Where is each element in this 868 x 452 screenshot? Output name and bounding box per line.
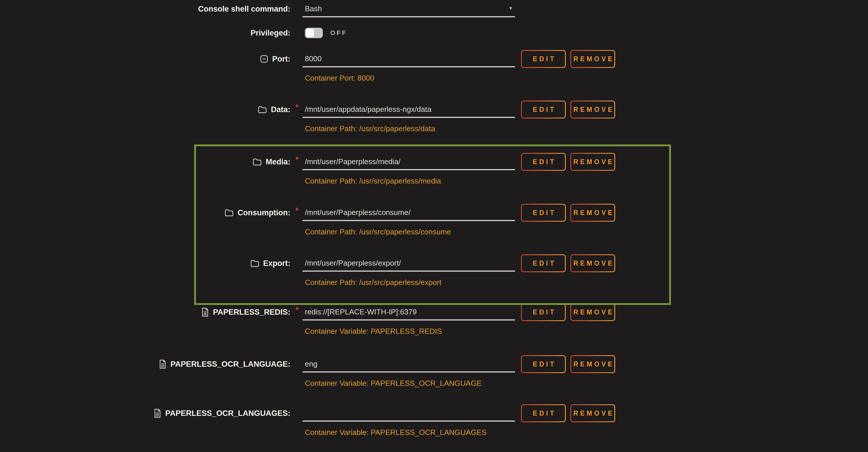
field-value: 8000 bbox=[303, 52, 321, 66]
field-label: PAPERLESS_OCR_LANGUAGE: bbox=[0, 357, 303, 371]
field-group: PAPERLESS_REDIS:*redis://[REPLACE-WITH-I… bbox=[0, 305, 868, 336]
container-mapping-text: Container Variable: PAPERLESS_OCR_LANGUA… bbox=[303, 428, 868, 437]
field-group: PAPERLESS_OCR_LANGUAGES:EDITREMOVEContai… bbox=[0, 406, 868, 437]
required-asterisk: * bbox=[295, 305, 299, 314]
container-mapping-text: Container Path: /usr/src/paperless/expor… bbox=[303, 278, 868, 287]
folder-icon bbox=[253, 158, 261, 165]
field-label-text: Media: bbox=[266, 157, 290, 167]
required-asterisk: * bbox=[295, 155, 299, 164]
file-icon bbox=[159, 360, 166, 369]
field-group: Port:8000EDITREMOVEContainer Port: 8000 bbox=[0, 52, 868, 83]
field-value: /mnt/user/appdata/paperless-ngx/data bbox=[303, 102, 431, 116]
field-actions: EDITREMOVE bbox=[521, 100, 615, 119]
folder-icon bbox=[250, 260, 259, 267]
container-mapping-text: Container Path: /usr/src/paperless/consu… bbox=[303, 228, 868, 236]
field-group: Media:*/mnt/user/Paperpless/media/EDITRE… bbox=[0, 155, 868, 185]
edit-button[interactable]: EDIT bbox=[521, 100, 566, 119]
remove-button[interactable]: REMOVE bbox=[570, 153, 615, 171]
field-actions: EDITREMOVE bbox=[521, 355, 615, 373]
edit-button[interactable]: EDIT bbox=[521, 303, 566, 321]
field-input[interactable]: eng bbox=[303, 357, 515, 372]
field-row: Port:8000EDITREMOVE bbox=[0, 52, 868, 68]
field-group: Consumption:*/mnt/user/Paperpless/consum… bbox=[0, 206, 868, 236]
folder-icon bbox=[258, 106, 267, 113]
field-label: PAPERLESS_REDIS:* bbox=[0, 305, 303, 319]
container-mapping-text: Container Port: 8000 bbox=[303, 74, 868, 83]
field-value: /mnt/user/Paperpless/export/ bbox=[303, 256, 401, 270]
field-group: Data:*/mnt/user/appdata/paperless-ngx/da… bbox=[0, 102, 868, 133]
field-input[interactable] bbox=[303, 406, 515, 422]
field-label: Port: bbox=[0, 52, 303, 66]
remove-button[interactable]: REMOVE bbox=[570, 100, 615, 119]
container-mapping-text: Container Path: /usr/src/paperless/media bbox=[303, 177, 868, 185]
field-actions: EDITREMOVE bbox=[521, 404, 615, 422]
field-label-text: Consumption: bbox=[238, 208, 290, 217]
field-input[interactable]: redis://[REPLACE-WITH-IP]:6379 bbox=[303, 305, 515, 321]
edit-button[interactable]: EDIT bbox=[521, 254, 566, 272]
field-value: eng bbox=[303, 357, 317, 371]
field-value: /mnt/user/Paperpless/consume/ bbox=[303, 206, 411, 219]
field-actions: EDITREMOVE bbox=[521, 254, 615, 272]
privileged-toggle[interactable] bbox=[305, 28, 323, 38]
field-row: Data:*/mnt/user/appdata/paperless-ngx/da… bbox=[0, 102, 868, 119]
folder-icon bbox=[225, 209, 234, 216]
field-label-text: Data: bbox=[271, 105, 290, 114]
field-actions: EDITREMOVE bbox=[521, 50, 615, 68]
edit-button[interactable]: EDIT bbox=[521, 153, 566, 171]
dropdown-caret-icon: ▾ bbox=[509, 2, 512, 14]
field-input[interactable]: /mnt/user/Paperpless/media/ bbox=[303, 155, 515, 170]
edit-button[interactable]: EDIT bbox=[521, 355, 566, 373]
field-label: Consumption:* bbox=[0, 206, 303, 220]
container-mapping-text: Container Path: /usr/src/paperless/data bbox=[303, 124, 868, 133]
field-row: Export:/mnt/user/Paperpless/export/EDITR… bbox=[0, 256, 868, 272]
field-row: PAPERLESS_REDIS:*redis://[REPLACE-WITH-I… bbox=[0, 305, 868, 321]
container-mapping-text: Container Variable: PAPERLESS_OCR_LANGUA… bbox=[303, 379, 868, 388]
field-label: PAPERLESS_OCR_LANGUAGES: bbox=[0, 406, 303, 421]
privileged-row: Privileged: OFF bbox=[0, 28, 868, 38]
docker-template-settings-page: Console shell command: Bash ▾ Privileged… bbox=[0, 0, 868, 452]
field-actions: EDITREMOVE bbox=[521, 303, 615, 321]
field-label-text: PAPERLESS_OCR_LANGUAGES: bbox=[165, 409, 290, 418]
field-label-text: PAPERLESS_REDIS: bbox=[213, 308, 290, 317]
edit-button[interactable]: EDIT bbox=[521, 204, 566, 222]
field-row: PAPERLESS_OCR_LANGUAGES:EDITREMOVE bbox=[0, 406, 868, 422]
field-label: Data:* bbox=[0, 102, 303, 117]
file-icon bbox=[202, 307, 209, 317]
field-value: /mnt/user/Paperpless/media/ bbox=[303, 155, 401, 169]
remove-button[interactable]: REMOVE bbox=[570, 355, 615, 373]
field-label: Media:* bbox=[0, 155, 303, 169]
field-value: redis://[REPLACE-WITH-IP]:6379 bbox=[303, 305, 417, 319]
field-input[interactable]: /mnt/user/Paperpless/consume/ bbox=[303, 206, 515, 221]
console-shell-command-row: Console shell command: Bash ▾ bbox=[0, 2, 868, 17]
field-input[interactable]: /mnt/user/Paperpless/export/ bbox=[303, 256, 515, 272]
remove-button[interactable]: REMOVE bbox=[570, 50, 615, 68]
edit-button[interactable]: EDIT bbox=[521, 50, 566, 68]
remove-button[interactable]: REMOVE bbox=[570, 404, 615, 422]
console-shell-command-label-text: Console shell command: bbox=[198, 5, 290, 13]
required-asterisk: * bbox=[295, 103, 299, 112]
field-label-text: Export: bbox=[263, 259, 291, 268]
toggle-knob bbox=[306, 29, 314, 37]
console-shell-command-label: Console shell command: bbox=[0, 2, 303, 16]
privileged-label: Privileged: bbox=[0, 28, 303, 38]
field-row: PAPERLESS_OCR_LANGUAGE:engEDITREMOVE bbox=[0, 357, 868, 373]
field-row: Media:*/mnt/user/Paperpless/media/EDITRE… bbox=[0, 155, 868, 171]
remove-button[interactable]: REMOVE bbox=[570, 303, 615, 321]
privileged-label-text: Privileged: bbox=[250, 29, 290, 37]
required-asterisk: * bbox=[295, 206, 299, 215]
field-label-text: PAPERLESS_OCR_LANGUAGE: bbox=[170, 360, 290, 369]
console-shell-command-value: Bash bbox=[303, 2, 322, 16]
port-icon bbox=[260, 55, 268, 63]
edit-button[interactable]: EDIT bbox=[521, 404, 566, 422]
remove-button[interactable]: REMOVE bbox=[570, 204, 615, 222]
field-input[interactable]: 8000 bbox=[303, 52, 515, 67]
field-row: Consumption:*/mnt/user/Paperpless/consum… bbox=[0, 206, 868, 222]
container-mapping-text: Container Variable: PAPERLESS_REDIS bbox=[303, 327, 868, 336]
field-actions: EDITREMOVE bbox=[521, 153, 615, 171]
privileged-state-text: OFF bbox=[330, 28, 347, 38]
console-shell-command-select[interactable]: Bash ▾ bbox=[303, 2, 515, 17]
remove-button[interactable]: REMOVE bbox=[570, 254, 615, 272]
field-actions: EDITREMOVE bbox=[521, 204, 615, 222]
field-label: Export: bbox=[0, 256, 303, 271]
field-input[interactable]: /mnt/user/appdata/paperless-ngx/data bbox=[303, 102, 515, 118]
